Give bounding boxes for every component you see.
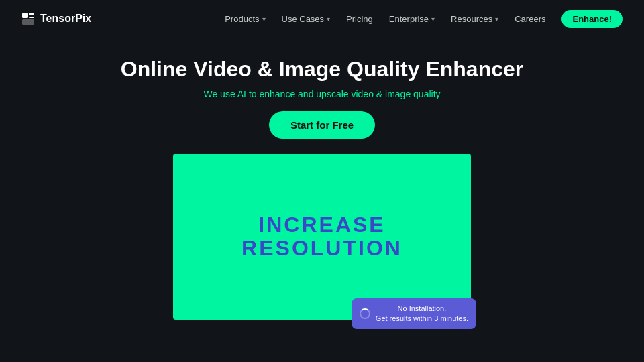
nav-item-pricing[interactable]: Pricing <box>346 14 373 24</box>
svg-rect-0 <box>22 13 28 18</box>
video-text-overlay: INCREASE RESOLUTION <box>241 213 402 260</box>
chevron-down-icon: ▾ <box>495 15 498 23</box>
nav-links: Products ▾ Use Cases ▾ Pricing Enterpris… <box>225 10 623 28</box>
video-text-line1: INCREASE <box>241 213 402 237</box>
notification-text: No Installation. Get results within 3 mi… <box>376 304 468 324</box>
start-for-free-button[interactable]: Start for Free <box>269 111 375 139</box>
chevron-down-icon: ▾ <box>327 15 330 23</box>
nav-item-careers[interactable]: Careers <box>515 14 545 24</box>
navbar: TensorPix Products ▾ Use Cases ▾ Pricing… <box>0 0 644 38</box>
hero-title: Online Video & Image Quality Enhancer <box>121 56 523 82</box>
svg-rect-2 <box>29 17 34 18</box>
hero-subtitle: We use AI to enhance and upscale video &… <box>203 88 440 99</box>
video-text-line2: RESOLUTION <box>241 237 402 260</box>
svg-rect-1 <box>29 13 34 15</box>
hero-section: Online Video & Image Quality Enhancer We… <box>0 38 644 320</box>
loading-spinner-icon <box>360 308 370 319</box>
chevron-down-icon: ▾ <box>262 15 266 23</box>
logo-icon <box>21 12 35 25</box>
video-preview: INCREASE RESOLUTION No Installation. Get… <box>173 154 471 320</box>
nav-item-resources[interactable]: Resources ▾ <box>451 14 498 24</box>
notification-badge: No Installation. Get results within 3 mi… <box>352 298 476 330</box>
enhance-button[interactable]: Enhance! <box>561 10 623 28</box>
chevron-down-icon: ▾ <box>431 15 435 23</box>
logo-area[interactable]: TensorPix <box>21 12 91 25</box>
nav-item-enterprise[interactable]: Enterprise ▾ <box>389 14 435 24</box>
nav-item-use-cases[interactable]: Use Cases ▾ <box>282 14 331 24</box>
logo-text: TensorPix <box>40 13 91 25</box>
svg-rect-3 <box>22 19 34 25</box>
nav-item-products[interactable]: Products ▾ <box>225 14 265 24</box>
